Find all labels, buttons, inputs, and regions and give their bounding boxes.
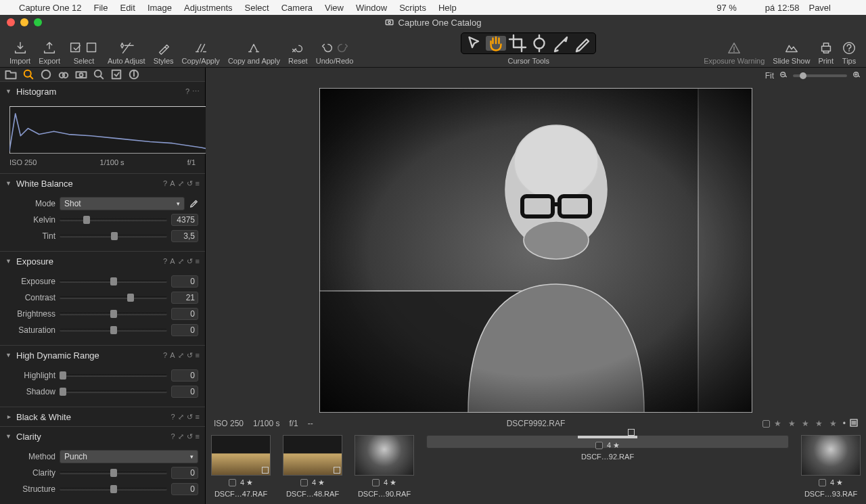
undo-redo-button[interactable]: Undo/Redo (312, 32, 358, 65)
tab-color-icon[interactable] (39, 68, 53, 81)
print-button[interactable]: Print (814, 32, 838, 65)
hdr-title[interactable]: High Dynamic Range (16, 350, 163, 361)
info-checkbox[interactable] (762, 420, 770, 428)
menu-icon[interactable]: ⋯ (192, 87, 200, 96)
histogram-title[interactable]: Histogram (16, 87, 185, 97)
tint-slider[interactable] (60, 235, 167, 237)
wb-title[interactable]: White Balance (16, 179, 163, 189)
structure-slider[interactable] (60, 488, 167, 490)
exposure-slider[interactable] (60, 280, 167, 283)
info-filename: DSCF9992.RAF (507, 419, 566, 428)
styles-button[interactable]: Styles (150, 32, 178, 65)
zoom-fit-label[interactable]: Fit (765, 71, 774, 81)
status-user[interactable]: Pavel (808, 3, 831, 13)
status-battery[interactable]: 97 % (716, 3, 737, 13)
menu-adjustments[interactable]: Adjustments (184, 3, 233, 13)
thumbnail[interactable]: 4 ★DSCF…47.RAF (211, 435, 271, 498)
tab-library-icon[interactable] (4, 68, 18, 81)
auto-adjust-button[interactable]: Auto Adjust (104, 32, 150, 65)
window-close-button[interactable] (7, 18, 15, 26)
copy-apply-button[interactable]: Copy/Apply (178, 32, 224, 65)
tint-value[interactable]: 3,5 (171, 230, 198, 242)
thumb-checkbox[interactable] (300, 479, 308, 486)
tab-quick-icon[interactable] (22, 68, 35, 81)
menu-file[interactable]: File (94, 3, 108, 13)
eyedropper-icon[interactable] (189, 198, 198, 210)
shadow-slider[interactable] (60, 390, 167, 393)
thumbnail[interactable]: 4 ★DSCF…93.RAF (801, 435, 861, 498)
menu-edit[interactable]: Edit (120, 3, 135, 13)
contrast-slider[interactable] (60, 296, 167, 299)
menu-scripts[interactable]: Scripts (399, 3, 426, 13)
menu-view[interactable]: View (325, 3, 344, 13)
kelvin-slider[interactable] (60, 219, 167, 221)
status-clock[interactable]: pá 12:58 (765, 3, 800, 13)
exposure-value[interactable]: 0 (171, 275, 198, 288)
wb-mode-select[interactable]: Shot▾ (60, 197, 185, 210)
thumbnail[interactable]: 4 ★DSCF…92.RAF (426, 435, 789, 449)
exposure-warning-button[interactable]: Exposure Warning (700, 32, 769, 65)
cursor-crop-tool[interactable] (507, 36, 528, 51)
highlight-value[interactable]: 0 (171, 369, 198, 382)
cursor-pan-tool[interactable] (486, 36, 506, 51)
zoom-slider[interactable] (793, 74, 847, 77)
tab-lens-icon[interactable] (74, 68, 88, 81)
clarity-slider[interactable] (60, 472, 167, 474)
window-zoom-button[interactable] (34, 18, 42, 26)
highlight-slider[interactable] (60, 374, 167, 377)
structure-value[interactable]: 0 (171, 483, 198, 495)
thumbnail[interactable]: 4 ★DSCF…48.RAF (283, 435, 342, 498)
app-name[interactable]: Capture One 12 (19, 3, 82, 13)
reset-button[interactable]: Reset (284, 32, 312, 65)
thumb-checkbox[interactable] (372, 479, 380, 486)
thumbnail[interactable]: 4 ★DSCF…90.RAF (355, 435, 414, 498)
menu-help[interactable]: Help (438, 3, 457, 13)
thumb-checkbox[interactable] (229, 479, 236, 486)
help-icon[interactable]: ? (185, 87, 189, 95)
saturation-slider[interactable] (60, 329, 167, 331)
tool-histogram: ▼Histogram ?⋯ ISO 250 1/100 s f/1 (0, 81, 205, 173)
exposure-title[interactable]: Exposure (16, 256, 163, 267)
contrast-value[interactable]: 21 (171, 292, 198, 304)
cursor-mask-tool[interactable] (572, 36, 593, 51)
cursor-select-tool[interactable] (464, 36, 484, 51)
tips-button[interactable]: Tips (838, 32, 861, 65)
tab-metadata-icon[interactable] (127, 68, 141, 81)
cursor-rotate-tool[interactable] (529, 36, 549, 51)
menu-window[interactable]: Window (356, 3, 387, 13)
menu-image[interactable]: Image (147, 3, 172, 13)
clarity-method-select[interactable]: Punch▾ (60, 450, 198, 463)
clarity-value[interactable]: 0 (171, 467, 198, 479)
copy-and-apply-button[interactable]: Copy and Apply (224, 32, 284, 65)
tab-details-icon[interactable] (92, 68, 106, 81)
thumb-checkbox[interactable] (819, 479, 826, 486)
menu-icon[interactable]: ≡ (196, 179, 200, 187)
expand-icon[interactable]: ⤢ (178, 179, 184, 188)
info-iso: ISO 250 (214, 419, 244, 428)
shadow-value[interactable]: 0 (171, 386, 198, 398)
menu-camera[interactable]: Camera (281, 3, 313, 13)
brightness-slider[interactable] (60, 313, 167, 315)
zoom-out-icon[interactable] (779, 71, 788, 81)
image-stage[interactable] (206, 84, 866, 416)
select-button[interactable]: Select (64, 32, 104, 65)
reset-icon[interactable]: ↺ (187, 179, 193, 188)
slideshow-button[interactable]: Slide Show (769, 32, 814, 65)
window-minimize-button[interactable] (20, 18, 28, 26)
import-button[interactable]: Import (5, 32, 35, 65)
tab-adjustments-icon[interactable] (110, 68, 123, 81)
saturation-value[interactable]: 0 (171, 324, 198, 336)
brightness-value[interactable]: 0 (171, 308, 198, 320)
info-color-tag[interactable]: • (843, 419, 846, 428)
thumb-checkbox[interactable] (595, 442, 603, 449)
export-button[interactable]: Export (35, 32, 64, 65)
clarity-title[interactable]: Clarity (16, 432, 170, 442)
zoom-in-icon[interactable] (852, 71, 861, 81)
macos-menubar: Capture One 12 File Edit Image Adjustmen… (0, 0, 866, 15)
bw-title[interactable]: Black & White (16, 412, 170, 422)
tab-exposure-icon[interactable] (57, 68, 70, 81)
cursor-spot-tool[interactable] (551, 36, 571, 51)
kelvin-value[interactable]: 4375 (171, 214, 198, 226)
menu-select[interactable]: Select (245, 3, 269, 13)
info-rating-stars[interactable]: ★ ★ ★ ★ ★ (774, 419, 838, 428)
